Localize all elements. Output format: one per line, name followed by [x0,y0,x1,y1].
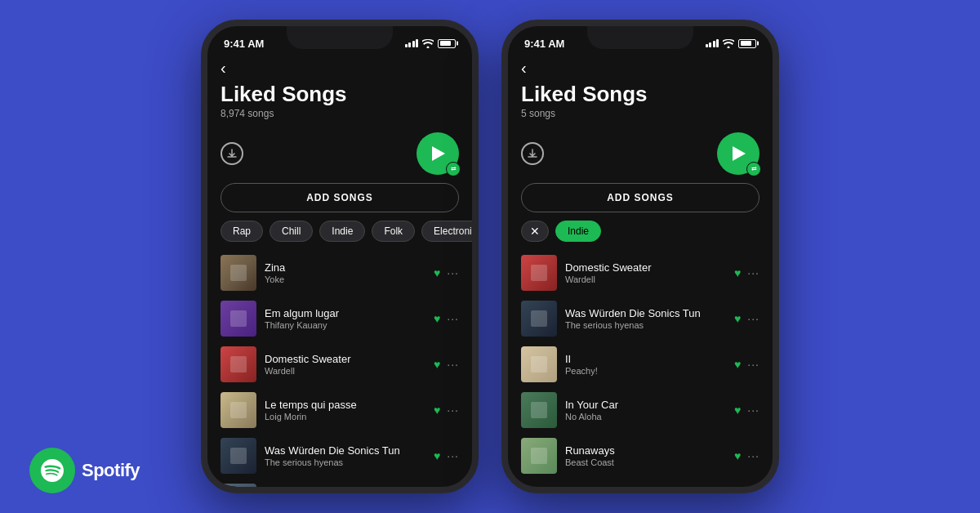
song-art [521,301,557,337]
song-info: Le temps qui passe Loig Morin [265,399,425,422]
song-actions: ♥ ··· [434,312,459,325]
song-title: Was Würden Die Sonics Tun [265,444,425,457]
add-songs-button-right[interactable]: ADD SONGS [521,183,760,212]
song-art [220,301,256,337]
add-songs-button-left[interactable]: ADD SONGS [220,183,459,212]
more-options-icon[interactable]: ··· [447,266,459,279]
song-art [521,438,557,474]
chip-rap[interactable]: Rap [220,221,263,242]
download-button-left[interactable] [220,142,243,165]
heart-icon[interactable]: ♥ [434,404,440,417]
song-title: Em algum lugar [265,307,425,319]
more-options-icon[interactable]: ··· [747,449,760,462]
play-button-left[interactable]: ⇄ [416,132,459,175]
song-info: Domestic Sweater Wardell [265,353,425,376]
close-icon: ✕ [530,225,540,237]
battery-icon-left [438,39,456,48]
heart-icon[interactable]: ♥ [434,449,440,462]
song-actions: ♥ ··· [434,404,459,417]
chip-chill[interactable]: Chill [270,221,313,242]
song-art [220,255,256,291]
play-button-right[interactable]: ⇄ [717,132,760,175]
phone-left-inner: 9:41 AM [207,26,472,487]
download-button-right[interactable] [521,142,544,165]
song-art [220,484,256,487]
song-item[interactable]: Domestic Sweater Wardell ♥ ··· [514,250,766,296]
chip-close-button[interactable]: ✕ [521,221,549,242]
song-artist: The serious hyenas [265,457,425,467]
wifi-icon-left [422,39,434,48]
more-options-icon[interactable]: ··· [447,449,459,462]
song-title: Le temps qui passe [265,399,425,411]
song-item[interactable]: Was Würden Die Sonics Tun The serious hy… [514,296,766,341]
add-songs-wrapper-left: ADD SONGS [207,183,472,221]
song-item[interactable]: Zina Yoke ♥ ··· [214,250,466,296]
song-info: Was Würden Die Sonics Tun The serious hy… [265,444,425,467]
song-actions: ♥ ··· [734,404,760,417]
page-title-right: Liked Songs [521,83,760,106]
shuffle-badge-right: ⇄ [746,162,761,176]
page-title-left: Liked Songs [220,83,459,106]
spotify-logo: Spotify [29,448,140,493]
status-bar-right: 9:41 AM [508,26,773,56]
song-actions: ♥ ··· [434,449,459,462]
song-title: Domestic Sweater [265,353,425,365]
signal-icon-left [405,39,419,47]
song-artist: Wardell [265,366,425,376]
song-item[interactable]: Was Würden Die Sonics Tun The serious hy… [214,433,466,479]
spotify-text: Spotify [82,460,140,481]
chip-folk[interactable]: Folk [372,221,415,242]
heart-icon[interactable]: ♥ [734,449,741,462]
chip-electronic[interactable]: Electronic [421,221,472,242]
heart-icon[interactable]: ♥ [734,266,741,279]
song-item[interactable]: II Peachy! ♥ ··· [514,341,766,387]
back-button-right[interactable]: ‹ [521,59,760,78]
back-button-left[interactable]: ‹ [220,59,459,78]
song-actions: ♥ ··· [434,358,459,371]
song-actions: ♥ ··· [734,266,760,279]
chip-indie[interactable]: Indie [319,221,365,242]
song-item[interactable]: Domestic Sweater Wardell ♥ ··· [214,341,466,387]
status-time-left: 9:41 AM [224,38,264,50]
song-art [220,438,256,474]
heart-icon[interactable]: ♥ [734,312,741,325]
chip-indie-active[interactable]: Indie [555,221,601,242]
filter-chips-right: ✕ Indie [508,221,773,250]
song-actions: ♥ ··· [734,358,760,371]
song-list-right: Domestic Sweater Wardell ♥ ··· Was Würde… [508,250,773,479]
more-options-icon[interactable]: ··· [747,312,760,325]
more-options-icon[interactable]: ··· [447,404,459,417]
heart-icon[interactable]: ♥ [434,358,440,371]
wifi-icon-right [723,39,734,48]
song-item[interactable]: Em algum lugar Thifany Kauany ♥ ··· [214,296,466,341]
song-artist: Loig Morin [265,412,425,422]
status-time-right: 9:41 AM [524,38,564,50]
more-options-icon[interactable]: ··· [747,358,760,371]
song-item[interactable]: Sablier ♥ ··· [214,479,466,487]
status-bar-left: 9:41 AM [207,26,472,56]
song-title: Domestic Sweater [565,261,726,274]
song-info: II Peachy! [565,353,726,376]
filter-chips-left: Rap Chill Indie Folk Electronic [207,221,472,250]
phones-container: 9:41 AM [201,20,779,493]
spotify-circle-icon [29,448,75,493]
more-options-icon[interactable]: ··· [447,358,459,371]
heart-icon[interactable]: ♥ [434,266,440,279]
more-options-icon[interactable]: ··· [447,312,459,325]
more-options-icon[interactable]: ··· [747,404,760,417]
heart-icon[interactable]: ♥ [734,404,741,417]
song-item[interactable]: Le temps qui passe Loig Morin ♥ ··· [214,387,466,433]
song-count-left: 8,974 songs [220,108,459,119]
song-list-left: Zina Yoke ♥ ··· Em algum lugar Thifany K… [207,250,472,487]
song-item[interactable]: Runaways Beast Coast ♥ ··· [514,433,766,479]
battery-icon-right [738,39,756,48]
phone-right: 9:41 AM [501,20,779,493]
song-info: Was Würden Die Sonics Tun The serious hy… [565,307,726,330]
heart-icon[interactable]: ♥ [434,312,440,325]
song-info: Zina Yoke [265,261,425,284]
song-actions: ♥ ··· [734,312,760,325]
heart-icon[interactable]: ♥ [734,358,741,371]
more-options-icon[interactable]: ··· [747,266,760,279]
song-item[interactable]: In Your Car No Aloha ♥ ··· [514,387,766,433]
song-info: Em algum lugar Thifany Kauany [265,307,425,330]
